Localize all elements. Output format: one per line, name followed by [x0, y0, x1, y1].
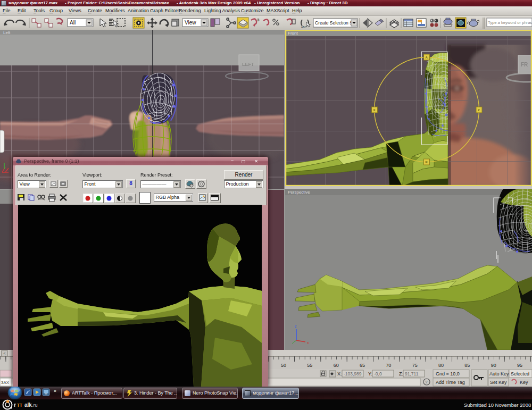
svg-text:A: A	[426, 56, 428, 59]
svg-text:»: »	[54, 388, 56, 394]
svg-text:Selected: Selected	[511, 371, 529, 376]
svg-text:X:: X:	[337, 371, 342, 376]
svg-text:-0,0: -0,0	[374, 371, 382, 376]
svg-text:View: View	[185, 20, 196, 26]
svg-text:тт: тт	[17, 402, 22, 408]
svg-text:3AX: 3AX	[1, 380, 10, 385]
svg-text:Perspective: Perspective	[288, 190, 310, 195]
svg-text:Left: Left	[3, 30, 11, 35]
svg-text:Grid = 10,0: Grid = 10,0	[436, 371, 460, 376]
svg-text:All: All	[70, 20, 76, 26]
svg-text:.ru: .ru	[32, 403, 38, 408]
svg-text:Auto Key: Auto Key	[489, 371, 509, 376]
svg-text:80: 80	[438, 363, 444, 368]
svg-text:z: z	[295, 324, 297, 328]
svg-text:?: ?	[425, 380, 428, 384]
svg-text:70: 70	[386, 363, 391, 368]
svg-text:B: B	[426, 161, 428, 164]
svg-text:85: 85	[464, 363, 470, 368]
svg-text:Type a keyword or phrase: Type a keyword or phrase	[488, 20, 532, 25]
svg-text:Create Selection Set: Create Selection Set	[315, 20, 357, 26]
svg-text:90: 90	[491, 363, 496, 368]
svg-text:alk: alk	[24, 402, 32, 408]
svg-text:95: 95	[517, 363, 522, 368]
svg-text:r: r	[14, 402, 16, 408]
svg-text:65: 65	[360, 363, 365, 368]
svg-text:Y:: Y:	[368, 371, 372, 376]
svg-text:75: 75	[412, 363, 418, 368]
svg-text:Z: Z	[478, 108, 480, 112]
svg-text:3: 3	[257, 18, 260, 22]
svg-text:50: 50	[281, 363, 286, 368]
svg-text:-103,989: -103,989	[344, 371, 362, 376]
svg-text:ABC: ABC	[301, 26, 307, 29]
svg-text:LEFT: LEFT	[242, 62, 254, 67]
svg-text:55: 55	[307, 363, 312, 368]
svg-text:Z:: Z:	[399, 371, 403, 376]
svg-text:91,711: 91,711	[405, 371, 419, 376]
svg-text:Set Key: Set Key	[490, 380, 507, 385]
svg-text:Key: Key	[520, 380, 528, 385]
svg-text:Add Time Tag: Add Time Tag	[436, 380, 465, 385]
svg-text:FR: FR	[521, 62, 528, 68]
svg-text:Front: Front	[288, 31, 298, 36]
svg-text:X: X	[373, 108, 376, 112]
svg-text:x: x	[307, 341, 309, 345]
svg-text:60: 60	[334, 363, 339, 368]
